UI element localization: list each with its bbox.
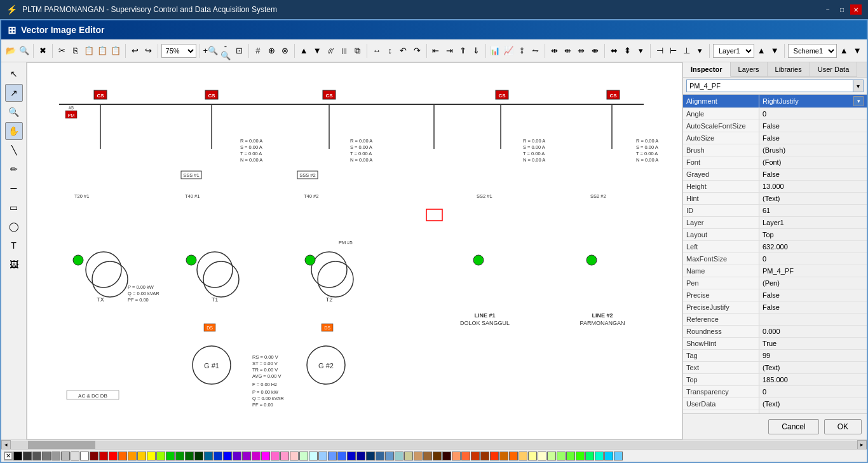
- color-swatch[interactable]: [42, 452, 51, 460]
- color-swatch[interactable]: [337, 452, 346, 460]
- back-button[interactable]: ▼: [311, 43, 323, 59]
- prop-row[interactable]: AutoSizeFalse: [683, 132, 867, 144]
- color-swatch[interactable]: [471, 452, 480, 460]
- line-tool[interactable]: ─: [5, 179, 23, 197]
- color-swatch[interactable]: [519, 452, 527, 460]
- color-swatch[interactable]: [242, 452, 251, 460]
- chart1-button[interactable]: 📊: [489, 43, 501, 59]
- color-swatch[interactable]: [71, 452, 79, 460]
- cancel-button[interactable]: Cancel: [768, 419, 818, 434]
- color-swatch[interactable]: [13, 452, 22, 460]
- color-swatch[interactable]: [509, 452, 518, 460]
- color-swatch[interactable]: [385, 452, 394, 460]
- layer-down[interactable]: ▼: [769, 43, 781, 59]
- prop-row[interactable]: Height13.000: [683, 181, 867, 193]
- color-swatch[interactable]: [233, 452, 241, 460]
- color-swatch[interactable]: [614, 452, 623, 460]
- snap-button[interactable]: ⊕: [266, 43, 278, 59]
- front-button[interactable]: ▲: [298, 43, 310, 59]
- color-swatch[interactable]: [423, 452, 432, 460]
- color-swatch[interactable]: [99, 452, 108, 460]
- prop-row[interactable]: Brush(Brush): [683, 144, 867, 156]
- chart2-button[interactable]: 📈: [503, 43, 515, 59]
- prop-name-input[interactable]: [686, 79, 853, 92]
- node3-button[interactable]: ⊥: [681, 43, 693, 59]
- dist3-button[interactable]: ⇻: [575, 43, 587, 59]
- tab-userdata[interactable]: User Data: [810, 62, 858, 77]
- color-swatch[interactable]: [490, 452, 499, 460]
- color-swatch[interactable]: [376, 452, 384, 460]
- minimize-button[interactable]: −: [822, 4, 834, 15]
- prop-row[interactable]: Left632.000: [683, 241, 867, 253]
- dist4-button[interactable]: ⇼: [589, 43, 601, 59]
- rotate-l-button[interactable]: ↶: [397, 43, 409, 59]
- zoom-select[interactable]: 50%75%100%125%150%200%: [161, 44, 196, 58]
- color-swatch[interactable]: [328, 452, 337, 460]
- color-swatch[interactable]: [585, 452, 594, 460]
- color-swatch[interactable]: [452, 452, 461, 460]
- tab-layers[interactable]: Layers: [731, 62, 768, 77]
- pan-tool[interactable]: ✋: [5, 122, 23, 140]
- color-swatch[interactable]: [547, 452, 556, 460]
- align2-button[interactable]: ⫼: [338, 43, 350, 59]
- grid-toggle[interactable]: #: [252, 43, 264, 59]
- prop-row[interactable]: Font(Font): [683, 156, 867, 169]
- prop-row[interactable]: PreciseFalse: [683, 289, 867, 301]
- color-swatch[interactable]: [318, 452, 327, 460]
- prop-row[interactable]: LayoutTop: [683, 229, 867, 241]
- color-swatch[interactable]: [538, 452, 546, 460]
- rect-tool[interactable]: ▭: [5, 198, 23, 216]
- prop-row[interactable]: LayerLayer1: [683, 217, 867, 229]
- ok-button[interactable]: OK: [824, 419, 862, 434]
- color-swatch[interactable]: [109, 452, 118, 460]
- color-swatch[interactable]: [280, 452, 289, 460]
- prop-row[interactable]: ShowHintTrue: [683, 338, 867, 350]
- prop-name-dropdown[interactable]: ▾: [853, 79, 864, 92]
- scheme-select[interactable]: Scheme1: [788, 44, 837, 58]
- color-swatch[interactable]: [442, 452, 451, 460]
- image-tool[interactable]: 🖼: [5, 256, 23, 273]
- color-swatch[interactable]: [299, 452, 308, 460]
- scheme-up[interactable]: ▲: [838, 43, 850, 59]
- ellipse-tool[interactable]: ◯: [5, 218, 23, 235]
- zoom-tool[interactable]: 🔍: [5, 103, 23, 121]
- tab-libraries[interactable]: Libraries: [768, 62, 810, 77]
- open-button[interactable]: 📂: [4, 43, 17, 59]
- prop-row[interactable]: Angle0: [683, 108, 867, 120]
- undo-button[interactable]: ↩: [128, 43, 140, 59]
- color-swatch[interactable]: [395, 452, 403, 460]
- prop-row[interactable]: Pen(Pen): [683, 277, 867, 289]
- cut-button[interactable]: ✂: [56, 43, 68, 59]
- color-swatch[interactable]: [595, 452, 604, 460]
- color-swatch[interactable]: [223, 452, 232, 460]
- color-swatch[interactable]: [356, 452, 365, 460]
- color-swatch[interactable]: [51, 452, 60, 460]
- dist-h-button[interactable]: ⇹: [548, 43, 560, 59]
- prop-row[interactable]: AlignmentRightJustify▾: [683, 95, 867, 108]
- color-swatch[interactable]: [309, 452, 318, 460]
- node1-button[interactable]: ⊣: [654, 43, 666, 59]
- rotate-r-button[interactable]: ↷: [410, 43, 423, 59]
- prop-row[interactable]: GrayedFalse: [683, 169, 867, 181]
- align1-button[interactable]: ⫻: [325, 43, 337, 59]
- scroll-right-button[interactable]: ▸: [857, 440, 867, 450]
- maximize-button[interactable]: □: [836, 4, 848, 15]
- line-diagonal-tool[interactable]: ╲: [5, 141, 23, 159]
- color-swatch[interactable]: [528, 452, 537, 460]
- color-swatch[interactable]: [137, 452, 146, 460]
- dropdown-btn[interactable]: ▾: [635, 43, 647, 59]
- color-swatch[interactable]: [480, 452, 489, 460]
- color-swatch[interactable]: [61, 452, 70, 460]
- align-bottom-button[interactable]: ⇓: [470, 43, 482, 59]
- color-swatch[interactable]: [118, 452, 127, 460]
- color-swatch[interactable]: [204, 452, 213, 460]
- paste3-button[interactable]: 📋: [110, 43, 122, 59]
- scroll-track[interactable]: [11, 441, 857, 449]
- color-swatch[interactable]: [271, 452, 280, 460]
- copy-button[interactable]: ⎘: [69, 43, 81, 59]
- pointer-tool[interactable]: ↗: [5, 84, 23, 102]
- resize-v-button[interactable]: ⬍: [621, 43, 634, 59]
- text-tool[interactable]: T: [5, 237, 23, 254]
- align-right-button[interactable]: ⇥: [444, 43, 456, 59]
- color-swatch[interactable]: [90, 452, 98, 460]
